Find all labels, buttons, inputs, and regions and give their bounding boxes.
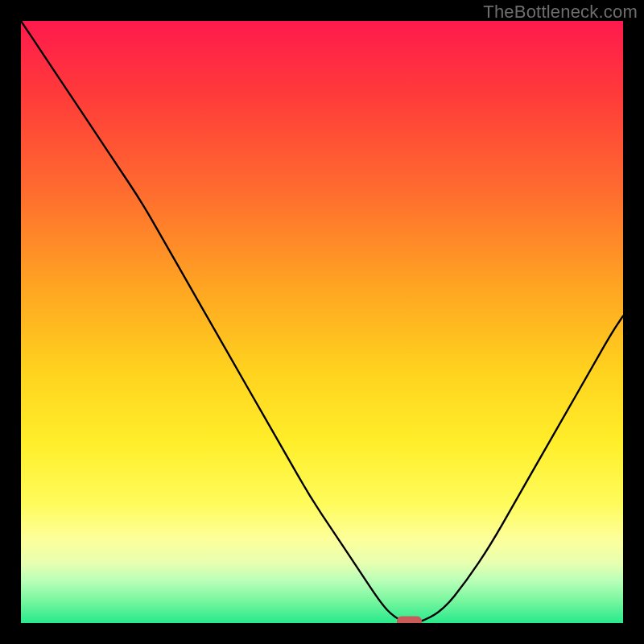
bottleneck-curve xyxy=(21,21,623,623)
plot-area xyxy=(21,21,623,623)
chart-svg xyxy=(21,21,623,623)
optimum-marker xyxy=(398,617,422,623)
watermark-text: TheBottleneck.com xyxy=(483,2,638,23)
chart-frame: TheBottleneck.com xyxy=(0,0,644,644)
